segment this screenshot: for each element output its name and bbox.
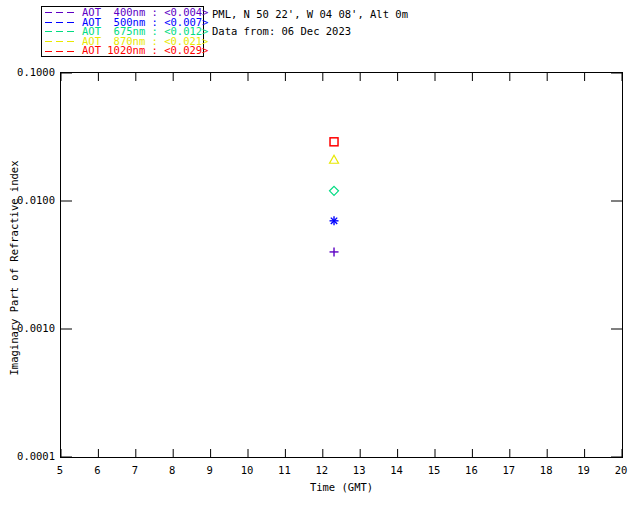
x-tick-label: 18 xyxy=(526,464,566,476)
y-tick-label: 0.0001 xyxy=(0,450,55,462)
x-tick-label: 14 xyxy=(377,464,417,476)
x-tick-label: 20 xyxy=(601,464,640,476)
x-tick-label: 9 xyxy=(190,464,230,476)
legend-item: AOT 1020nm : <0.029> xyxy=(45,46,203,56)
date-subtitle: Data from: 06 Dec 2023 xyxy=(212,25,351,37)
x-tick-label: 5 xyxy=(40,464,80,476)
x-tick-label: 13 xyxy=(339,464,379,476)
x-tick-label: 6 xyxy=(77,464,117,476)
x-axis-title: Time (GMT) xyxy=(60,481,623,493)
marker-diamond xyxy=(330,186,339,195)
x-tick-label: 7 xyxy=(115,464,155,476)
x-tick-label: 10 xyxy=(227,464,267,476)
x-tick-label: 15 xyxy=(414,464,454,476)
x-tick-label: 8 xyxy=(152,464,192,476)
marker-triangle xyxy=(330,155,339,163)
legend-box: AOT 400nm : <0.004>AOT 500nm : <0.007>AO… xyxy=(41,6,204,57)
marker-square xyxy=(330,138,338,146)
plot-area-svg xyxy=(61,73,622,457)
y-axis-title: Imaginary Part of Refractive index xyxy=(8,161,20,376)
aeronet-refractive-index-plot: AOT 400nm : <0.004>AOT 500nm : <0.007>AO… xyxy=(0,0,640,512)
legend-dash-swatch xyxy=(45,31,78,32)
y-tick-label: 0.1000 xyxy=(0,66,55,78)
legend-dash-swatch xyxy=(45,22,78,23)
x-tick-label: 11 xyxy=(264,464,304,476)
legend-dash-swatch xyxy=(45,12,78,13)
legend-item-label: AOT 1020nm : <0.029> xyxy=(82,46,208,56)
site-title: PML, N 50 22', W 04 08', Alt 0m xyxy=(212,8,408,20)
x-tick-label: 16 xyxy=(451,464,491,476)
plot-frame xyxy=(60,72,623,458)
legend-dash-swatch xyxy=(45,51,78,52)
legend-dash-swatch xyxy=(45,41,78,42)
x-tick-label: 17 xyxy=(489,464,529,476)
x-tick-label: 12 xyxy=(302,464,342,476)
x-tick-label: 19 xyxy=(564,464,604,476)
